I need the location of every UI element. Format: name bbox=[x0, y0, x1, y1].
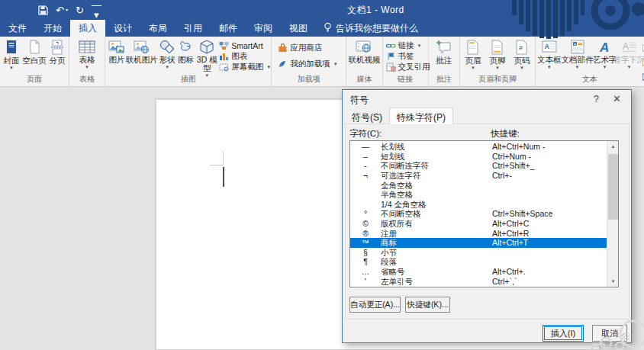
list-scrollbar[interactable]: ▲ ▼ bbox=[607, 141, 618, 287]
my-addins-button[interactable]: 我的加载项 ▼ bbox=[278, 59, 346, 69]
margin-corner-mark-horizontal bbox=[210, 165, 224, 165]
svg-text:A: A bbox=[623, 41, 629, 52]
special-character-list[interactable]: —长划线Alt+Ctrl+Num - –短划线Ctrl+Num - -不间断连字… bbox=[349, 140, 619, 287]
tell-me-box[interactable]: 告诉我你想要做什么 bbox=[316, 20, 426, 37]
store-button[interactable]: 应用商店 bbox=[278, 43, 346, 53]
tell-me-label: 告诉我你想要做什么 bbox=[336, 22, 418, 35]
tab-layout[interactable]: 布局 bbox=[140, 20, 175, 37]
cross-reference-button[interactable]: 交叉引用 bbox=[386, 62, 428, 72]
group-label: 链接 bbox=[383, 74, 428, 85]
dialog-tab-page: 字符(C): 快捷键: —长划线Alt+Ctrl+Num - –短划线Ctrl+… bbox=[345, 124, 630, 319]
tab-home[interactable]: 开始 bbox=[35, 20, 70, 37]
autocorrect-button[interactable]: 自动更正(A)... bbox=[349, 297, 401, 313]
resize-grip[interactable] bbox=[622, 333, 630, 341]
char-name: 全角空格 bbox=[381, 181, 492, 190]
screenshot-icon: + bbox=[219, 63, 229, 72]
pictures-button[interactable]: 图片 bbox=[108, 38, 126, 73]
table-button[interactable]: 表格 ▼ bbox=[74, 38, 100, 73]
tab-file[interactable]: 文件 bbox=[0, 20, 35, 37]
char-symbol: – bbox=[350, 152, 381, 161]
ribbon-button-label: 联机图片 bbox=[126, 56, 158, 64]
list-item[interactable]: -不间断连字符Ctrl+Shift+_ bbox=[350, 161, 607, 171]
tab-mailings[interactable]: 邮件 bbox=[211, 20, 246, 37]
list-item-selected[interactable]: ™商标Alt+Ctrl+T bbox=[350, 238, 607, 248]
ribbon-button-label: 空白页 bbox=[22, 56, 47, 65]
redo-button[interactable]: ↻ bbox=[76, 5, 84, 15]
undo-icon: ↶ bbox=[56, 5, 64, 15]
tab-design[interactable]: 设计 bbox=[105, 20, 140, 37]
cover-page-button[interactable]: 封面 ▼ bbox=[0, 38, 23, 73]
footer-icon bbox=[491, 40, 504, 55]
char-name: 左单引号 bbox=[381, 277, 492, 286]
page-number-button[interactable]: # 页码 ▼ bbox=[510, 38, 534, 73]
tab-special-characters[interactable]: 特殊字符(P) bbox=[389, 108, 453, 124]
header-button[interactable]: 页眉 ▼ bbox=[461, 38, 485, 73]
tab-insert[interactable]: 插入 bbox=[70, 20, 105, 37]
char-name: 版权所有 bbox=[381, 219, 492, 228]
tab-references[interactable]: 引用 bbox=[175, 20, 211, 37]
list-item[interactable]: ©版权所有Alt+Ctrl+C bbox=[350, 219, 607, 229]
ribbon-button-label: 书签 bbox=[398, 51, 414, 62]
page-break-button[interactable]: 分页 bbox=[46, 38, 69, 73]
list-item[interactable]: ®注册Alt+Ctrl+R bbox=[350, 228, 607, 238]
online-pictures-button[interactable]: 联机图片 bbox=[126, 38, 158, 73]
ribbon-tab-row: 文件 开始 插入 设计 布局 引用 邮件 审阅 视图 告诉我你想要做什么 bbox=[0, 20, 644, 37]
char-symbol: § bbox=[350, 248, 381, 257]
3d-models-button[interactable]: 3D 模型 ▼ bbox=[195, 38, 219, 73]
ribbon-button-label: 图片 bbox=[108, 56, 124, 64]
list-item[interactable]: '左单引号Ctrl+`,` bbox=[350, 276, 607, 286]
chart-button[interactable]: 图表 bbox=[219, 51, 271, 61]
group-text: A 文本框 ▼ A 文档部件 ▼ A 艺术字 ▼ A 首字下沉 ▼ bbox=[536, 37, 644, 86]
list-item[interactable]: 全角空格 bbox=[350, 180, 607, 190]
footer-button[interactable]: 页脚 ▼ bbox=[485, 38, 510, 73]
online-video-button[interactable]: 联机视频 bbox=[347, 38, 381, 73]
ribbon-button-label: 形状 bbox=[159, 56, 175, 64]
blank-page-button[interactable]: 空白页 bbox=[23, 38, 46, 73]
list-item[interactable]: 1/4 全角空格 bbox=[350, 200, 607, 210]
smartart-button[interactable]: SmartArt bbox=[219, 40, 271, 50]
insert-button[interactable]: 插入(I) bbox=[543, 325, 584, 342]
svg-text:A: A bbox=[544, 43, 549, 50]
quick-access-toolbar: ↶▾ ↻ —▾ bbox=[38, 0, 101, 20]
char-name: 小节 bbox=[381, 248, 492, 257]
tab-view[interactable]: 视图 bbox=[281, 20, 316, 37]
text-box-button[interactable]: A 文本框 ▼ bbox=[537, 38, 562, 73]
list-item[interactable]: –短划线Ctrl+Num - bbox=[350, 152, 607, 162]
undo-dropdown-icon[interactable]: ▾ bbox=[66, 8, 68, 12]
shapes-button[interactable]: 形状 ▼ bbox=[158, 38, 177, 73]
list-item[interactable]: 半角空格 bbox=[350, 190, 607, 200]
list-item[interactable]: —长划线Alt+Ctrl+Num - bbox=[350, 142, 607, 152]
help-icon[interactable]: ? bbox=[594, 93, 599, 104]
undo-button[interactable]: ↶▾ bbox=[56, 5, 68, 15]
customize-qat-button[interactable]: —▾ bbox=[92, 0, 101, 20]
dialog-title-bar[interactable]: 符号 ? ✕ bbox=[343, 90, 631, 107]
tab-symbols[interactable]: 符号(S) bbox=[345, 109, 389, 124]
dropdown-arrow: ▼ bbox=[471, 66, 475, 70]
comment-button[interactable]: 批注 bbox=[430, 38, 458, 73]
list-item[interactable]: °不间断空格Ctrl+Shift+Space bbox=[350, 209, 607, 219]
group-tables: 表格 ▼ 表格 bbox=[69, 37, 105, 86]
list-item[interactable]: §小节 bbox=[350, 248, 607, 258]
bookmark-button[interactable]: 书签 bbox=[386, 51, 428, 61]
char-symbol: ® bbox=[350, 229, 381, 238]
group-header-footer: 页眉 ▼ 页脚 ▼ # 页码 ▼ 页眉和页脚 bbox=[460, 37, 536, 86]
scrollbar-thumb[interactable] bbox=[608, 154, 618, 220]
close-icon[interactable]: ✕ bbox=[613, 93, 621, 104]
scroll-up-arrow[interactable]: ▲ bbox=[607, 141, 619, 152]
scroll-down-arrow[interactable]: ▼ bbox=[607, 276, 619, 287]
screenshot-button[interactable]: + 屏幕截图 ▼ bbox=[219, 62, 271, 72]
save-icon[interactable] bbox=[38, 5, 48, 15]
group-label: 插图 bbox=[105, 74, 271, 85]
link-button[interactable]: 链接 ▼ bbox=[386, 40, 428, 50]
list-item[interactable]: ¬可选连字符Ctrl+- bbox=[350, 171, 607, 181]
shortcut-key-button[interactable]: 快捷键(K)... bbox=[405, 297, 450, 313]
group-pages: 封面 ▼ 空白页 分页 页面 bbox=[0, 37, 69, 86]
quick-parts-button[interactable]: A 文档部件 ▼ bbox=[562, 38, 594, 73]
ribbon-button-label: 文档部件 bbox=[562, 56, 594, 64]
margin-corner-mark-vertical bbox=[223, 152, 224, 165]
icons-button[interactable]: 图标 bbox=[177, 38, 195, 73]
list-item[interactable]: …省略号Alt+Ctrl+. bbox=[350, 267, 607, 277]
tab-review[interactable]: 审阅 bbox=[246, 20, 281, 37]
link-icon bbox=[386, 41, 396, 50]
list-item[interactable]: ¶段落 bbox=[350, 257, 607, 267]
